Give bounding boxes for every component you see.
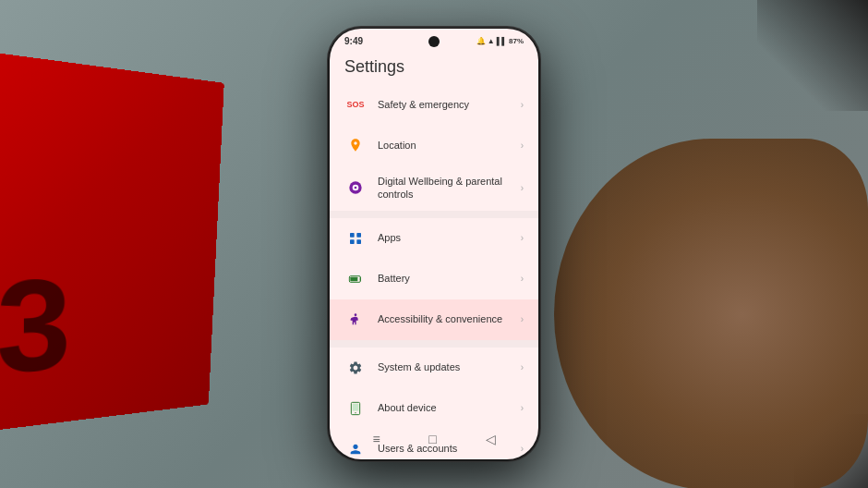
notification-icon: 🔔 [476, 37, 486, 45]
settings-item-accessibility[interactable]: Accessibility & convenience › [330, 299, 538, 340]
phone-screen: 9:49 🔔 ▲ ▌▌ 87% Settings SOS Safety & e [330, 29, 538, 459]
hand-decoration [554, 139, 868, 488]
back-nav-button[interactable]: ◁ [486, 432, 496, 446]
divider-1 [330, 211, 538, 218]
location-text: Location [378, 139, 517, 152]
settings-item-battery[interactable]: Battery › [330, 259, 538, 299]
wellbeing-icon [344, 177, 367, 199]
settings-item-apps[interactable]: Apps › [330, 218, 538, 259]
battery-icon [344, 268, 367, 290]
corner-shadow-tr [757, 0, 868, 111]
settings-item-system[interactable]: System & updates › [330, 348, 538, 388]
accessibility-text: Accessibility & convenience [378, 312, 517, 325]
chevron-icon: › [521, 233, 524, 243]
settings-item-safety[interactable]: SOS Safety & emergency › [330, 84, 538, 125]
divider-2 [330, 340, 538, 348]
box-number: 3 [0, 259, 72, 393]
settings-item-wellbeing[interactable]: Digital Wellbeing & parental controls › [330, 165, 538, 211]
camera-cutout [428, 36, 440, 47]
chevron-icon: › [521, 274, 524, 284]
menu-nav-button[interactable]: ≡ [372, 432, 380, 446]
wifi-icon: ▲ [488, 37, 495, 45]
svg-rect-3 [350, 233, 355, 238]
svg-point-2 [355, 187, 357, 189]
status-time: 9:49 [344, 36, 363, 46]
bottom-nav: ≡ □ ◁ [330, 426, 538, 452]
red-box-decoration: 3 [0, 48, 224, 433]
home-nav-button[interactable]: □ [428, 432, 436, 446]
svg-point-12 [355, 412, 356, 413]
sos-icon: SOS [344, 93, 367, 116]
phone: 9:49 🔔 ▲ ▌▌ 87% Settings SOS Safety & e [328, 27, 540, 461]
battery-status: 87% [509, 37, 524, 45]
settings-item-location[interactable]: Location › [330, 125, 538, 165]
location-icon [344, 134, 367, 156]
system-text: System & updates [378, 360, 517, 373]
signal-icon: ▌▌ [497, 37, 507, 45]
svg-rect-6 [356, 239, 361, 244]
accessibility-icon [344, 309, 367, 331]
chevron-icon: › [521, 183, 524, 193]
chevron-icon: › [521, 140, 524, 151]
about-text: About device [378, 401, 517, 414]
svg-rect-11 [353, 403, 359, 410]
settings-screen: Settings SOS Safety & emergency › [330, 50, 538, 459]
apps-text: Apps [378, 231, 517, 244]
settings-list: SOS Safety & emergency › Location [330, 84, 538, 459]
system-icon [344, 357, 367, 379]
apps-icon [344, 227, 367, 250]
svg-point-9 [355, 313, 357, 316]
phone-body: 9:49 🔔 ▲ ▌▌ 87% Settings SOS Safety & e [328, 27, 540, 461]
chevron-icon: › [521, 403, 524, 413]
safety-label: Safety & emergency [378, 98, 517, 111]
settings-item-about[interactable]: About device › [330, 388, 538, 429]
battery-text: Battery [378, 272, 517, 285]
chevron-icon: › [521, 314, 524, 324]
chevron-icon: › [521, 362, 524, 372]
wellbeing-text: Digital Wellbeing & parental controls [378, 175, 517, 201]
about-icon [344, 397, 367, 420]
settings-title: Settings [330, 50, 538, 84]
svg-rect-5 [350, 239, 355, 244]
chevron-icon: › [521, 100, 524, 110]
svg-rect-8 [350, 276, 357, 281]
status-icons: 🔔 ▲ ▌▌ 87% [476, 37, 524, 45]
svg-rect-4 [356, 233, 361, 238]
